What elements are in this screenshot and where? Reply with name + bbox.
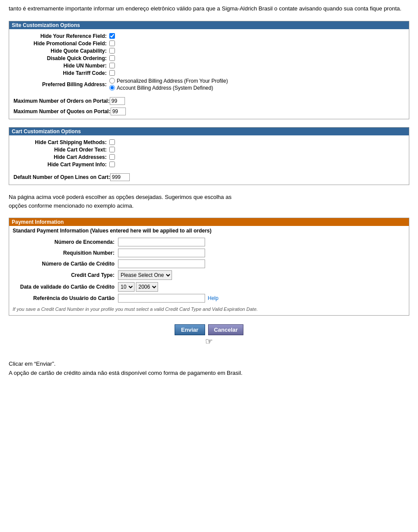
hide-promo-checkbox[interactable] bbox=[109, 40, 115, 46]
payment-row-cartao: Número de Cartão de Crédito bbox=[9, 259, 409, 268]
hide-quote-checkbox[interactable] bbox=[109, 48, 115, 54]
payment-subheader: Standard Payment Information (Values ent… bbox=[9, 226, 409, 236]
payment-section: Payment Information Standard Payment Inf… bbox=[9, 218, 409, 316]
card-ref-input[interactable] bbox=[118, 294, 205, 303]
hide-ref-label: Hide Your Reference Field: bbox=[13, 33, 109, 39]
payment-row-encomenda: Número de Encomenda: bbox=[9, 238, 409, 246]
option-row-hide-payment: Hide Cart Payment Info: bbox=[13, 162, 405, 168]
billing-account-row: Account Billing Address (System Defined) bbox=[109, 85, 228, 91]
intro-text: tanto é extremamente importante informar… bbox=[9, 4, 409, 13]
site-customization-header: Site Customization Options bbox=[9, 21, 409, 29]
requisition-input[interactable] bbox=[118, 249, 205, 257]
payment-notice: If you save a Credit Card Number in your… bbox=[9, 305, 409, 315]
cartao-label: Número de Cartão de Crédito bbox=[13, 261, 118, 267]
max-orders-row: Maximum Number of Orders on Portal: bbox=[9, 96, 409, 106]
hide-tariff-label: Hide Tarriff Code: bbox=[13, 70, 109, 76]
disable-quick-label: Disable Quick Ordering: bbox=[13, 55, 109, 61]
credit-card-type-select[interactable]: Please Select One Visa MasterCard Americ… bbox=[118, 270, 172, 280]
payment-row-expiry: Data de validade do Cartão de Crédito 01… bbox=[9, 282, 409, 292]
enviar-button[interactable]: Enviar bbox=[175, 324, 205, 335]
max-quotes-label: Maximum Number of Quotes on Portal: bbox=[13, 108, 111, 114]
footer-text: Clicar em “Enviar”. A opção de cartão de… bbox=[9, 360, 409, 378]
hide-promo-label: Hide Promotional Code Field: bbox=[13, 40, 109, 47]
billing-personal-radio[interactable] bbox=[109, 78, 115, 84]
default-lines-input[interactable] bbox=[110, 173, 130, 181]
billing-account-label: Account Billing Address (System Defined) bbox=[117, 85, 213, 91]
button-row: Enviar Cancelar ☞ bbox=[9, 324, 409, 347]
cart-customization-content: Hide Cart Shipping Methods: Hide Cart Or… bbox=[9, 135, 409, 172]
hide-order-text-label: Hide Cart Order Text: bbox=[13, 147, 109, 153]
billing-radio-group: Personalized Billing Address (From Your … bbox=[109, 77, 228, 91]
option-row-hide-tariff: Hide Tarriff Code: bbox=[13, 70, 405, 76]
cursor-icon: ☞ bbox=[9, 336, 409, 347]
mid-text-line2: opções conforme mencionado no exemplo ac… bbox=[9, 202, 134, 209]
expiry-year-select[interactable]: 2006 2007 2008 2009 2010 bbox=[136, 282, 158, 292]
option-row-hide-ref: Hide Your Reference Field: bbox=[13, 33, 405, 39]
hide-quote-label: Hide Quote Capability: bbox=[13, 48, 109, 54]
hide-un-label: Hide UN Number: bbox=[13, 63, 109, 69]
requisition-label: Requisition Number: bbox=[13, 250, 118, 256]
option-row-hide-shipping: Hide Cart Shipping Methods: bbox=[13, 139, 405, 145]
option-row-disable-quick: Disable Quick Ordering: bbox=[13, 55, 405, 61]
payment-row-card-ref: Referência do Usuário do Cartão Help bbox=[9, 294, 409, 303]
hide-addresses-checkbox[interactable] bbox=[109, 154, 115, 160]
billing-address-row: Preferred Billing Address: Personalized … bbox=[13, 77, 405, 91]
option-row-hide-order-text: Hide Cart Order Text: bbox=[13, 147, 405, 153]
default-lines-row: Default Number of Open Lines on Cart: bbox=[9, 172, 409, 184]
cartao-input[interactable] bbox=[118, 259, 205, 268]
hide-tariff-checkbox[interactable] bbox=[109, 70, 115, 76]
max-orders-label: Maximum Number of Orders on Portal: bbox=[13, 98, 110, 104]
cancelar-button[interactable]: Cancelar bbox=[208, 324, 243, 335]
payment-row-card-type: Credit Card Type: Please Select One Visa… bbox=[9, 270, 409, 280]
encomenda-input[interactable] bbox=[118, 238, 205, 246]
hide-payment-checkbox[interactable] bbox=[109, 162, 115, 167]
hide-shipping-checkbox[interactable] bbox=[109, 139, 115, 145]
mid-text-line1: Na página acima você poderá escolher as … bbox=[9, 194, 232, 200]
option-row-hide-quote: Hide Quote Capability: bbox=[13, 48, 405, 54]
cart-customization-header: Cart Customization Options bbox=[9, 128, 409, 135]
expiry-label: Data de validade do Cartão de Crédito bbox=[13, 284, 118, 290]
option-row-hide-promo: Hide Promotional Code Field: bbox=[13, 40, 405, 47]
site-customization-content: Hide Your Reference Field: Hide Promotio… bbox=[9, 29, 409, 95]
max-quotes-input[interactable] bbox=[111, 108, 126, 115]
payment-header: Payment Information bbox=[9, 218, 409, 226]
hide-order-text-checkbox[interactable] bbox=[109, 147, 115, 152]
mid-text: Na página acima você poderá escolher as … bbox=[9, 193, 409, 211]
hide-un-checkbox[interactable] bbox=[109, 63, 115, 68]
max-orders-input[interactable] bbox=[110, 97, 125, 105]
hide-addresses-label: Hide Cart Addresses: bbox=[13, 154, 109, 160]
billing-account-radio[interactable] bbox=[109, 85, 115, 91]
hide-ref-checkbox[interactable] bbox=[109, 33, 115, 39]
help-link[interactable]: Help bbox=[208, 295, 219, 301]
default-lines-label: Default Number of Open Lines on Cart: bbox=[13, 174, 110, 180]
billing-personal-label: Personalized Billing Address (From Your … bbox=[117, 78, 228, 84]
footer-line2: A opção de cartão de crédito ainda não e… bbox=[9, 369, 409, 378]
encomenda-label: Número de Encomenda: bbox=[13, 239, 118, 245]
site-customization-section: Site Customization Options Hide Your Ref… bbox=[9, 21, 409, 119]
card-ref-label: Referência do Usuário do Cartão bbox=[13, 295, 118, 301]
payment-row-requisition: Requisition Number: bbox=[9, 249, 409, 257]
option-row-hide-un: Hide UN Number: bbox=[13, 63, 405, 69]
option-row-hide-addresses: Hide Cart Addresses: bbox=[13, 154, 405, 160]
hide-shipping-label: Hide Cart Shipping Methods: bbox=[13, 139, 109, 145]
hide-payment-label: Hide Cart Payment Info: bbox=[13, 162, 109, 168]
disable-quick-checkbox[interactable] bbox=[109, 55, 115, 61]
footer-line1: Clicar em “Enviar”. bbox=[9, 360, 409, 369]
card-type-label: Credit Card Type: bbox=[13, 272, 118, 278]
billing-personal-row: Personalized Billing Address (From Your … bbox=[109, 78, 228, 84]
billing-label: Preferred Billing Address: bbox=[13, 81, 109, 88]
cart-customization-section: Cart Customization Options Hide Cart Shi… bbox=[9, 127, 409, 185]
max-quotes-row: Maximum Number of Quotes on Portal: bbox=[9, 107, 409, 118]
expiry-month-select[interactable]: 01 02 03 04 05 06 07 08 09 10 11 12 bbox=[118, 282, 135, 292]
